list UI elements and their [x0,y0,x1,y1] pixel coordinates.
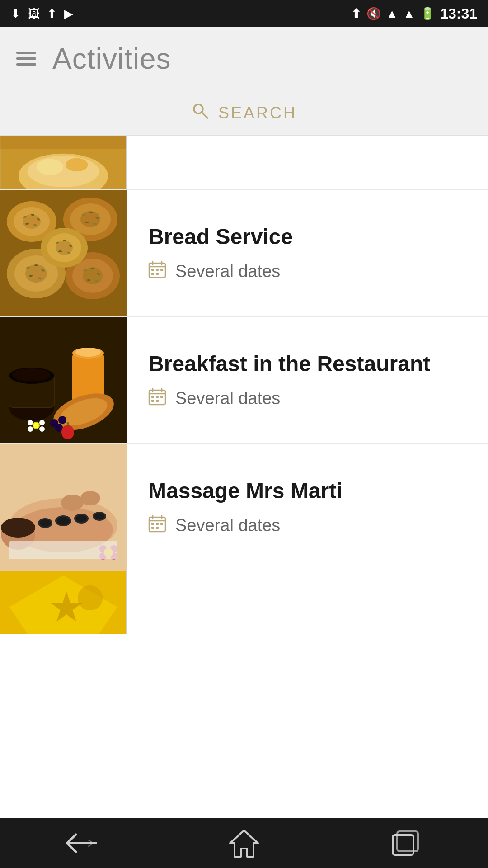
svg-rect-54 [156,269,159,271]
svg-point-76 [55,424,63,432]
svg-point-101 [80,491,100,505]
search-icon [191,102,209,124]
svg-point-93 [57,517,70,525]
svg-point-62 [13,368,51,381]
svg-rect-116 [151,527,154,529]
battery-icon: 🔋 [420,7,435,21]
activity-info-partial [127,136,488,189]
svg-text:★: ★ [50,588,83,628]
svg-point-6 [66,158,88,172]
svg-line-1 [202,112,207,118]
activity-info-bread: Bread Service Several dates [127,190,488,316]
massage-dates: Several dates [148,514,466,537]
svg-point-70 [39,420,45,425]
status-bar: ⬇ 🖼 ⬆ ▶ ⬆ 🔇 ▲ ▲ 🔋 13:31 [0,0,488,27]
svg-point-100 [61,495,84,511]
activity-image-partial [0,136,127,189]
bread-service-dates-text: Several dates [175,262,280,281]
svg-point-39 [87,279,90,281]
svg-point-47 [58,250,62,252]
media-icon: ▶ [64,7,73,21]
list-item[interactable] [0,136,488,190]
svg-rect-114 [156,523,159,525]
clock: 13:31 [440,5,477,22]
status-icons-left: ⬇ 🖼 ⬆ ▶ [11,7,73,21]
svg-point-71 [28,426,33,432]
svg-point-4 [28,156,99,187]
wifi-icon: ▲ [386,7,398,21]
app-header: Activities [0,27,488,90]
calendar-icon-2 [148,387,166,410]
svg-marker-123 [230,830,258,857]
list-item[interactable]: Breakfast in the Restaurant [0,317,488,444]
status-icons-right: ⬆ 🔇 ▲ ▲ 🔋 13:31 [351,5,477,22]
svg-rect-83 [156,396,159,398]
signal-icon: ▲ [403,7,415,21]
list-item[interactable]: Massage Mrs Marti Several da [0,444,488,571]
svg-rect-113 [151,523,154,525]
breakfast-dates-text: Several dates [175,389,280,408]
svg-rect-117 [156,527,159,529]
breakfast-title: Breakfast in the Restaurant [148,351,466,377]
svg-point-77 [61,425,74,439]
massage-dates-text: Several dates [175,516,280,535]
svg-point-31 [29,275,33,277]
svg-point-97 [40,519,51,527]
svg-point-69 [28,420,33,425]
svg-rect-53 [151,269,154,271]
svg-point-73 [33,422,40,429]
calendar-icon [148,260,166,283]
svg-point-91 [1,518,35,538]
svg-point-95 [76,515,87,522]
svg-point-65 [75,348,101,357]
bluetooth-icon: ⬆ [351,7,361,21]
home-button[interactable] [221,827,267,859]
bread-service-title: Bread Service [148,224,466,250]
svg-point-99 [94,513,104,519]
svg-rect-82 [151,396,154,398]
menu-line-2 [16,57,36,60]
activity-info-breakfast: Breakfast in the Restaurant [127,317,488,443]
activity-image-breakfast [0,317,127,443]
search-bar[interactable]: SEARCH [0,90,488,136]
list-item[interactable]: Bread Service Several dates [0,190,488,317]
activity-info-massage: Massage Mrs Marti Several da [127,444,488,571]
bottom-nav [0,818,488,868]
menu-line-3 [16,63,36,66]
activity-image-sign: ★ [0,571,127,634]
svg-rect-115 [160,523,163,525]
svg-point-23 [85,222,89,223]
list-item[interactable]: ★ [0,571,488,634]
mute-icon: 🔇 [366,7,381,21]
svg-rect-108 [9,541,117,559]
search-label: SEARCH [218,104,297,123]
svg-rect-56 [151,273,154,275]
activity-image-massage [0,444,127,571]
menu-line-1 [16,52,36,54]
svg-rect-55 [160,269,163,271]
svg-point-5 [37,159,64,175]
upload-icon: ⬆ [47,7,57,21]
svg-rect-85 [151,400,154,402]
calendar-icon-3 [148,514,166,537]
activity-info-sign [127,571,488,634]
image-icon: 🖼 [28,7,40,21]
svg-rect-84 [160,396,163,398]
svg-rect-86 [156,400,159,402]
svg-point-19 [80,211,100,227]
download-icon: ⬇ [11,7,21,21]
activity-image-bread [0,190,127,316]
svg-rect-57 [156,273,159,275]
page-title: Activities [52,42,171,75]
back-button[interactable] [59,827,104,859]
massage-title: Massage Mrs Marti [148,478,466,504]
bread-service-dates: Several dates [148,260,466,283]
svg-rect-7 [0,136,126,149]
svg-point-75 [58,416,66,424]
activity-list: Bread Service Several dates [0,136,488,818]
svg-point-72 [39,426,45,432]
menu-button[interactable] [16,52,36,66]
recents-button[interactable] [384,827,429,859]
breakfast-dates: Several dates [148,387,466,410]
